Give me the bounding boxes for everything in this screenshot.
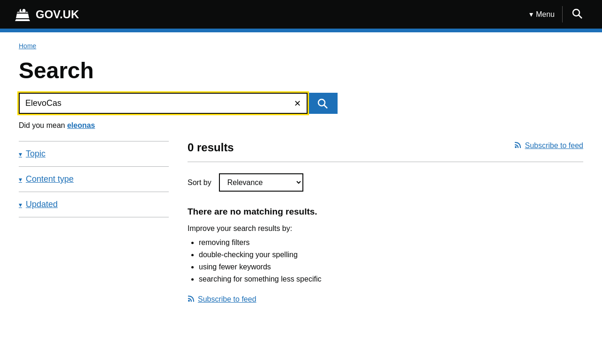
gov-logo-link[interactable]: GOV.UK	[14, 6, 79, 23]
crown-icon	[14, 6, 31, 23]
results-header: 0 results Subscribe to feed	[188, 141, 583, 162]
site-header: GOV.UK ▾ Menu	[0, 0, 602, 32]
sort-by-label: Sort by	[188, 178, 211, 187]
did-you-mean-prefix: Did you mean	[19, 121, 67, 129]
search-submit-button[interactable]	[308, 93, 338, 114]
did-you-mean-link[interactable]: eleonas	[67, 121, 95, 129]
results-area: 0 results Subscribe to feed Sort by	[188, 141, 583, 304]
suggestion-item: removing filters	[199, 238, 583, 247]
svg-point-0	[573, 9, 579, 16]
filter-content-type-label: Content type	[26, 174, 74, 184]
subscribe-feed-link-top[interactable]: Subscribe to feed	[514, 141, 583, 150]
sort-by-row: Sort by Relevance Updated (newest) Updat…	[188, 173, 583, 192]
filter-updated-toggle[interactable]: ▾ Updated	[19, 200, 58, 209]
filters-sidebar: ▾ Topic ▾ Content type ▾ Updated	[19, 141, 169, 217]
search-input[interactable]	[20, 94, 307, 113]
filter-topic-toggle[interactable]: ▾ Topic	[19, 149, 45, 159]
search-input-wrapper: ✕	[19, 93, 308, 114]
breadcrumb-home-link[interactable]: Home	[19, 42, 36, 50]
suggestions-list: removing filters double-checking your sp…	[188, 238, 583, 283]
filter-content-type-toggle[interactable]: ▾ Content type	[19, 174, 74, 184]
search-submit-icon	[317, 98, 328, 109]
svg-point-5	[188, 300, 190, 302]
header-nav: ▾ Menu	[522, 5, 588, 24]
feed-icon-bottom	[188, 295, 195, 304]
menu-chevron-icon: ▾	[529, 10, 533, 19]
svg-line-3	[324, 105, 327, 108]
page-title: Search	[19, 58, 583, 83]
subscribe-feed-label-bottom: Subscribe to feed	[198, 295, 256, 304]
blue-bar	[0, 29, 602, 32]
filter-updated: ▾ Updated	[19, 192, 169, 217]
topic-chevron-icon: ▾	[19, 150, 22, 158]
filter-updated-label: Updated	[26, 200, 58, 209]
suggestion-item: using fewer keywords	[199, 263, 583, 271]
results-count: 0 results	[188, 141, 234, 154]
subscribe-feed-label-top: Subscribe to feed	[525, 141, 583, 150]
filter-topic: ▾ Topic	[19, 141, 169, 167]
breadcrumb: Home	[19, 42, 583, 50]
search-icon	[572, 8, 582, 19]
menu-button[interactable]: ▾ Menu	[522, 6, 563, 22]
header-search-button[interactable]	[566, 5, 588, 24]
suggestion-item: searching for something less specific	[199, 275, 583, 283]
menu-label: Menu	[536, 10, 555, 19]
search-bar: ✕	[19, 93, 338, 114]
clear-search-button[interactable]: ✕	[292, 97, 303, 111]
updated-chevron-icon: ▾	[19, 201, 22, 208]
gov-logo-text: GOV.UK	[36, 8, 79, 21]
main-content: Home Search ✕ Did you mean eleonas ▾ Top…	[0, 32, 602, 323]
sort-select[interactable]: Relevance Updated (newest) Updated (olde…	[219, 173, 303, 192]
improve-text: Improve your search results by:	[188, 224, 583, 233]
no-results-heading: There are no matching results.	[188, 207, 583, 217]
svg-point-4	[515, 146, 517, 148]
did-you-mean: Did you mean eleonas	[19, 121, 583, 130]
filter-topic-label: Topic	[26, 149, 45, 159]
content-type-chevron-icon: ▾	[19, 176, 22, 183]
two-col-layout: ▾ Topic ▾ Content type ▾ Updated	[19, 141, 583, 304]
suggestion-item: double-checking your spelling	[199, 251, 583, 259]
svg-point-2	[318, 99, 325, 106]
svg-line-1	[579, 15, 582, 18]
feed-icon-top	[514, 141, 522, 150]
filter-content-type: ▾ Content type	[19, 167, 169, 192]
subscribe-feed-link-bottom[interactable]: Subscribe to feed	[188, 295, 583, 304]
